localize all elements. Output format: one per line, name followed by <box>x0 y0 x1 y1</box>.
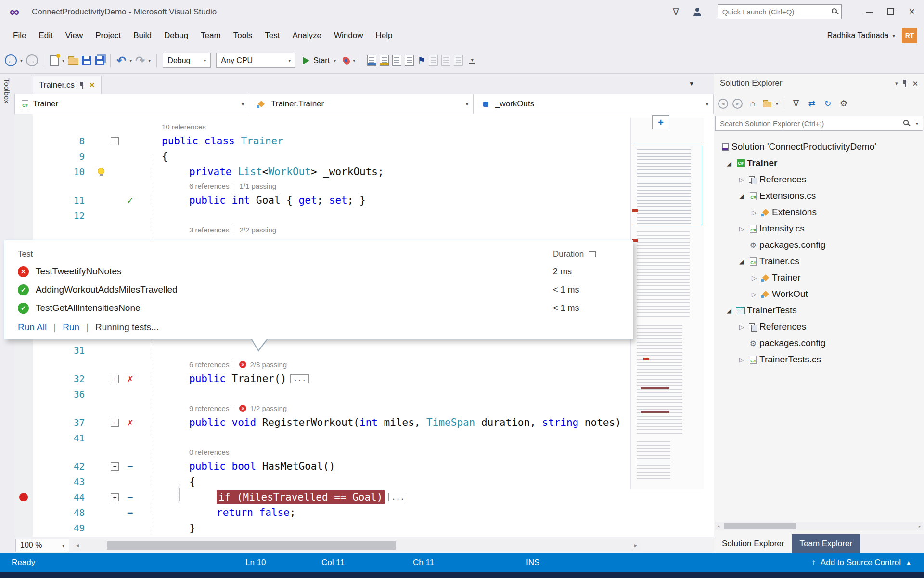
breakpoint-gutter[interactable] <box>14 415 33 430</box>
codelens-references-link[interactable]: 6 references <box>189 360 229 369</box>
user-menu-caret-icon[interactable]: ▾ <box>892 33 895 39</box>
signed-in-user[interactable]: Radhika Tadinada <box>827 31 889 40</box>
codelens-references-link[interactable]: 9 references <box>189 404 229 412</box>
breakpoint-gutter[interactable] <box>14 430 33 446</box>
run-all-link[interactable]: Run All <box>18 322 47 333</box>
chevron-collapsed-icon[interactable]: ▷ <box>737 356 746 363</box>
menu-item-view[interactable]: View <box>59 28 90 43</box>
quick-launch-box[interactable] <box>718 4 842 19</box>
navigate-back-caret-icon[interactable]: ▾ <box>20 58 23 63</box>
undo-caret-icon[interactable]: ▾ <box>129 58 132 63</box>
comment-out-button[interactable] <box>392 55 401 66</box>
menu-item-help[interactable]: Help <box>370 28 399 43</box>
duration-column-header[interactable]: Duration <box>553 249 584 259</box>
breakpoint-gutter[interactable] <box>14 489 33 505</box>
se-switch-views-button[interactable] <box>763 102 771 107</box>
pin-icon[interactable] <box>79 81 84 89</box>
navigate-back-button[interactable]: ← <box>5 54 17 66</box>
menu-item-team[interactable]: Team <box>194 28 227 43</box>
fold-collapsed-icon[interactable]: + <box>111 375 119 383</box>
solution-explorer-search-box[interactable]: ▾ <box>715 116 923 131</box>
se-back-button[interactable]: ◂ <box>718 99 728 109</box>
tree-item-intensity-cs[interactable]: ▷ C# Intensity.cs <box>714 220 924 237</box>
test-notrun-icon[interactable]: − <box>127 461 133 472</box>
code-text[interactable]: public Trainer()... <box>143 373 635 385</box>
tree-item-trainer-cs[interactable]: ◢ C# Trainer.cs <box>714 253 924 270</box>
chevron-expanded-icon[interactable]: ◢ <box>725 307 733 314</box>
scrollbar-thumb[interactable] <box>107 541 396 550</box>
uncomment-button[interactable] <box>405 55 414 66</box>
tab-close-icon[interactable]: ✕ <box>89 81 95 90</box>
test-result-row[interactable]: ✕ TestTweetifyNoNotes 2 ms <box>18 262 620 281</box>
search-options-caret-icon[interactable]: ▾ <box>916 121 918 126</box>
tree-item-trainer-project[interactable]: ◢ C# Trainer <box>714 155 924 171</box>
code-text[interactable]: public bool HasMetGoal() <box>143 461 635 472</box>
bookmark-button[interactable]: ⚑ <box>417 55 425 66</box>
fold-collapsed-icon[interactable]: + <box>111 493 119 501</box>
se-home-button[interactable]: ⌂ <box>747 99 758 109</box>
tree-item-packages-config[interactable]: ⚙ packages.config <box>714 237 924 253</box>
tab-team-explorer[interactable]: Team Explorer <box>792 534 860 553</box>
code-text[interactable]: if (MilesTravelled == Goal)... <box>143 490 635 504</box>
code-text[interactable]: public int Goal { get; set; } <box>143 194 635 206</box>
breakpoint-gutter[interactable] <box>14 474 33 489</box>
new-file-caret-icon[interactable]: ▾ <box>62 58 64 63</box>
chevron-collapsed-icon[interactable]: ▷ <box>737 176 746 183</box>
toolbar-overflow-button[interactable]: ▾ <box>469 57 475 64</box>
scrollbar-thumb[interactable] <box>724 523 796 529</box>
menu-item-analyze[interactable]: Analyze <box>286 28 328 43</box>
restore-button[interactable] <box>887 8 894 15</box>
breakpoint-gutter[interactable] <box>14 520 33 536</box>
new-file-button[interactable] <box>50 55 59 66</box>
codelens-tests-link[interactable]: 2/3 passing <box>250 360 287 369</box>
se-properties-button[interactable]: ⚙ <box>838 98 849 109</box>
tree-item-trainertests-project[interactable]: ◢ TrainerTests <box>714 302 924 319</box>
tree-item-solution[interactable]: Solution 'ConnectProductivityDemo' <box>714 139 924 155</box>
test-failing-icon[interactable]: ✗ <box>127 417 133 428</box>
test-passing-icon[interactable]: ✓ <box>127 194 133 206</box>
fold-collapsed-icon[interactable]: + <box>111 419 119 427</box>
redo-button[interactable]: ↷ <box>135 55 145 66</box>
code-text[interactable]: public class Trainer <box>143 135 635 147</box>
profiler-flame-icon[interactable] <box>341 55 351 65</box>
code-text[interactable]: private List<WorkOut> _workOuts; <box>143 166 635 178</box>
codelens-tests-link[interactable]: 2/2 passing <box>239 226 276 234</box>
document-tab-trainer-cs[interactable]: Trainer.cs ✕ <box>33 76 102 94</box>
chevron-collapsed-icon[interactable]: ▷ <box>750 209 758 216</box>
dock-popup-icon[interactable] <box>589 251 596 257</box>
se-views-caret-icon[interactable]: ▾ <box>776 101 778 106</box>
breakpoint-gutter[interactable] <box>14 133 33 149</box>
chevron-collapsed-icon[interactable]: ▷ <box>750 274 758 282</box>
menu-item-project[interactable]: Project <box>89 28 127 43</box>
code-text[interactable]: { <box>143 151 635 162</box>
panel-pin-icon[interactable] <box>902 79 907 87</box>
solution-search-input[interactable] <box>715 116 923 131</box>
codelens-tests-link[interactable]: 1/2 passing <box>250 404 287 412</box>
member-dropdown[interactable]: _workOuts ▾ <box>474 94 713 114</box>
breakpoint-icon[interactable] <box>19 493 28 501</box>
menu-item-window[interactable]: Window <box>328 28 369 43</box>
code-text[interactable]: { <box>143 476 635 488</box>
project-dropdown[interactable]: C# Trainer ▾ <box>15 94 249 114</box>
document-well-dropdown-icon[interactable]: ▼ <box>689 80 694 87</box>
se-filter-button[interactable]: ∇ <box>790 98 802 109</box>
test-result-row[interactable]: ✓ AddingWorkoutAddsMilesTravelled < 1 ms <box>18 281 620 299</box>
debug-configuration-select[interactable]: Debug ▾ <box>163 53 211 68</box>
panel-close-icon[interactable]: ✕ <box>912 79 918 88</box>
code-text[interactable]: public void RegisterWorkout(int miles, T… <box>143 417 635 428</box>
scroll-left-icon[interactable]: ◂ <box>76 542 79 549</box>
horizontal-scrollbar[interactable]: ◂ ▸ <box>73 540 640 551</box>
platform-select[interactable]: Any CPU ▾ <box>216 53 295 68</box>
panel-menu-caret-icon[interactable]: ▾ <box>895 80 898 87</box>
find-in-files-button[interactable] <box>367 55 376 66</box>
breakpoint-gutter[interactable] <box>14 371 33 386</box>
scroll-left-icon[interactable]: ◂ <box>717 524 719 529</box>
tree-item-extensions-cs[interactable]: ◢ C# Extensions.cs <box>714 188 924 204</box>
breakpoint-gutter[interactable] <box>14 208 33 223</box>
breakpoint-gutter[interactable] <box>14 149 33 164</box>
breakpoint-gutter[interactable] <box>14 343 33 358</box>
start-debugging-button[interactable]: Start ▾ <box>299 56 340 65</box>
se-horizontal-scrollbar[interactable]: ◂ ▸ <box>715 522 923 530</box>
breakpoint-gutter[interactable] <box>14 193 33 208</box>
breakpoint-gutter[interactable] <box>14 164 33 180</box>
